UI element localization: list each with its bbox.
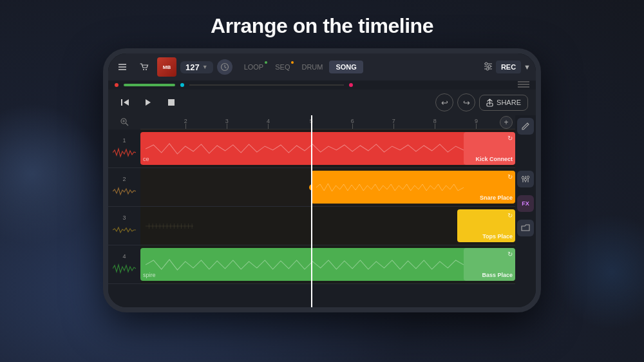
svg-line-19	[126, 123, 128, 126]
progress-dot-pink	[349, 83, 353, 87]
track-num-3: 3	[122, 214, 126, 221]
share-label: SHARE	[497, 99, 521, 106]
track-num-1: 1	[122, 137, 126, 144]
progress-dot-red	[115, 83, 118, 87]
tab-drum[interactable]: DRUM	[296, 61, 328, 73]
segment-tops[interactable]	[140, 209, 198, 242]
nav-tabs: LOOP SEQ DRUM SONG	[239, 61, 363, 73]
kick-right-label: Kick Connect	[475, 156, 513, 162]
zoom-icon[interactable]	[120, 117, 129, 128]
track-label-1[interactable]: 1	[108, 129, 140, 168]
tab-seq[interactable]: SEQ	[270, 61, 295, 73]
seq-dot	[291, 61, 294, 64]
track-row-1[interactable]: ce ↻ Kick Connect	[140, 129, 515, 168]
ruler-mark-8: 8	[435, 115, 435, 129]
snare-label: Snare Place	[480, 195, 513, 201]
kick-repeat-icon: ↻	[507, 135, 513, 142]
edit-button[interactable]	[517, 118, 534, 135]
progress-line	[189, 84, 344, 86]
svg-rect-15	[121, 99, 122, 106]
svg-point-3	[143, 69, 144, 70]
stop-button[interactable]	[162, 93, 180, 111]
snare-repeat-icon: ↻	[507, 173, 513, 180]
folder-button[interactable]	[517, 220, 534, 236]
album-art[interactable]: MB	[157, 57, 176, 77]
segment-bass-right[interactable]: ↻ Bass Place	[464, 248, 515, 281]
svg-point-41	[527, 176, 529, 178]
bpm-dropdown-arrow: ▼	[202, 64, 208, 70]
track-num-2: 2	[122, 176, 126, 182]
track-waveform-1	[113, 145, 136, 160]
fx-button[interactable]: FX	[517, 195, 534, 212]
phone-frame: MB 127 ▼ LOOP SEQ	[103, 48, 541, 312]
loop-dot	[265, 61, 267, 64]
bass-left-label: spire	[143, 272, 156, 278]
ruler-mark-6: 6	[352, 115, 353, 129]
tops-label: Tops Place	[482, 233, 513, 240]
redo-button[interactable]: ↪	[457, 93, 475, 111]
track-label-2[interactable]: 2	[108, 168, 140, 207]
cart-button[interactable]	[135, 58, 153, 76]
bg-decoration-right	[554, 214, 644, 330]
progress-dot-cyan	[180, 83, 184, 87]
mixer-button[interactable]	[517, 171, 534, 187]
track-waveform-2	[113, 184, 136, 199]
segment-bass-main[interactable]: spire	[140, 248, 492, 281]
track-row-4[interactable]: spire ↻ Bass Place	[140, 245, 515, 284]
track-waveform-3	[113, 222, 136, 238]
rewind-button[interactable]	[116, 93, 134, 111]
eq-icon[interactable]	[483, 62, 493, 73]
ruler-mark-2: 2	[185, 115, 186, 129]
ruler-expand-button[interactable]: +	[500, 116, 513, 129]
lines-icon	[518, 80, 529, 90]
progress-row	[108, 81, 536, 90]
tab-loop[interactable]: LOOP	[239, 61, 269, 73]
svg-point-40	[524, 178, 527, 181]
undo-button[interactable]: ↩	[435, 93, 453, 111]
rec-dropdown-arrow[interactable]: ▼	[524, 63, 531, 71]
menu-button[interactable]	[113, 58, 131, 76]
toolbar-right: REC ▼	[483, 61, 531, 73]
track-row-3[interactable]: ↻ Tops Place	[140, 207, 515, 245]
segment-kick-main[interactable]: ce	[140, 132, 492, 165]
bass-repeat-icon: ↻	[507, 251, 513, 258]
segment-tops-right[interactable]: ↻ Tops Place	[457, 209, 515, 242]
kick-left-label: ce	[143, 156, 149, 162]
tab-song[interactable]: SONG	[329, 61, 363, 73]
share-button[interactable]: SHARE	[479, 95, 528, 111]
ruler-label-cell	[108, 115, 140, 129]
tempo-button[interactable]	[217, 59, 232, 75]
rec-button[interactable]: REC	[496, 61, 521, 73]
ruler-mark-3: 3	[227, 115, 227, 129]
transport-right: ↩ ↪ SHARE	[435, 93, 528, 111]
ruler-mark-4: 4	[268, 115, 269, 129]
svg-point-39	[522, 176, 524, 179]
segment-kick-right[interactable]: ↻ Kick Connect	[464, 132, 515, 165]
bass-right-label: Bass Place	[482, 272, 513, 278]
bpm-control[interactable]: 127 ▼	[180, 61, 213, 73]
playhead	[311, 115, 312, 307]
track-num-4: 4	[122, 253, 126, 260]
track-label-4[interactable]: 4	[108, 245, 140, 284]
track-label-3[interactable]: 3	[108, 207, 140, 245]
toolbar: MB 127 ▼ LOOP SEQ	[108, 53, 536, 81]
track-labels: 1 2	[108, 115, 140, 307]
bg-decoration-left	[0, 103, 103, 245]
ruler: 2 3 4 5	[140, 115, 515, 129]
svg-point-4	[146, 69, 147, 70]
bpm-value: 127	[185, 62, 200, 72]
track-row-2[interactable]: ↻ Snare Place	[140, 168, 515, 207]
page-headline: Arrange on the timeline	[211, 14, 433, 38]
play-button[interactable]	[139, 93, 157, 111]
track-content: 2 3 4 5	[140, 115, 515, 307]
progress-bar-green[interactable]	[124, 84, 175, 86]
transport-row: ↩ ↪ SHARE	[108, 90, 536, 115]
right-sidebar: FX	[515, 115, 536, 307]
svg-rect-16	[168, 99, 175, 106]
segment-snare[interactable]: ↻ Snare Place	[311, 171, 515, 204]
ruler-marks: 2 3 4 5	[140, 115, 515, 129]
ruler-mark-9: 9	[476, 115, 477, 129]
ruler-mark-7: 7	[393, 115, 394, 129]
track-waveform-4	[113, 261, 136, 276]
tops-repeat-icon: ↻	[507, 212, 513, 219]
